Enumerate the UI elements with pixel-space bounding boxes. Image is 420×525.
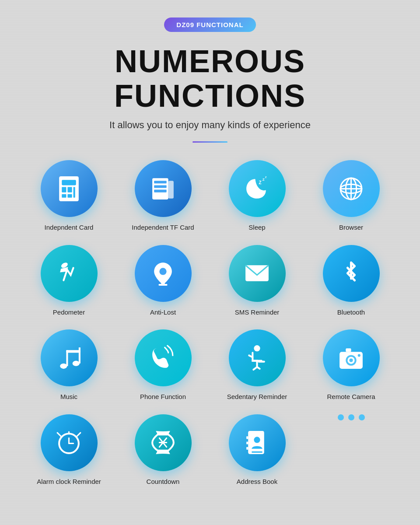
feature-circle-music [41,329,98,386]
main-title: NUMEROUS FUNCTIONS [26,44,394,113]
feature-circle-sedentary-reminder [229,329,286,386]
feature-circle-sim-card [41,160,98,217]
feature-item-more [308,414,394,486]
feature-label-pedometer: Pedometer [53,308,85,317]
feature-circle-bluetooth [323,245,380,302]
feature-circle-address-book [229,414,286,471]
dot-3 [359,414,365,420]
dot-2 [348,414,354,420]
badge: DZ09 FUNCTIONAL [164,18,256,32]
features-grid: Indepndent Card Independent TF Card Slee… [26,160,394,486]
feature-label-sim-card: Indepndent Card [45,223,94,232]
more-dots [338,414,365,420]
feature-item-sim-card: Indepndent Card [26,160,112,232]
feature-label-address-book: Address Book [237,477,277,486]
feature-item-anti-lost: Anti-Lost [120,245,206,317]
feature-circle-countdown [135,414,192,471]
feature-label-sedentary-reminder: Sedentary Reminder [227,392,287,401]
feature-label-music: Music [60,392,77,401]
feature-circle-pedometer [41,245,98,302]
feature-item-remote-camera: Remote Camera [308,329,394,401]
feature-label-bluetooth: Bluetooth [337,308,365,317]
feature-circle-sleep [229,160,286,217]
feature-label-browser: Browser [339,223,363,232]
feature-label-countdown: Countdown [147,477,180,486]
feature-label-remote-camera: Remote Camera [327,392,375,401]
feature-item-address-book: Address Book [214,414,300,486]
feature-item-pedometer: Pedometer [26,245,112,317]
subtitle: It allows you to enjoy many kinds of exp… [109,119,311,131]
feature-circle-browser [323,160,380,217]
feature-item-alarm-clock: Alarm clock Reminder [26,414,112,486]
feature-label-alarm-clock: Alarm clock Reminder [37,477,101,486]
feature-item-bluetooth: Bluetooth [308,245,394,317]
feature-item-phone-function: Phone Function [120,329,206,401]
feature-item-countdown: Countdown [120,414,206,486]
divider [192,141,228,143]
feature-label-anti-lost: Anti-Lost [150,308,176,317]
feature-label-sms-reminder: SMS Reminder [235,308,280,317]
feature-circle-remote-camera [323,329,380,386]
feature-item-sms-reminder: SMS Reminder [214,245,300,317]
feature-item-sleep: Sleep [214,160,300,232]
feature-label-phone-function: Phone Function [140,392,186,401]
feature-circle-alarm-clock [41,414,98,471]
feature-item-tf-card: Independent TF Card [120,160,206,232]
feature-circle-tf-card [135,160,192,217]
feature-item-music: Music [26,329,112,401]
feature-circle-sms-reminder [229,245,286,302]
feature-item-sedentary-reminder: Sedentary Reminder [214,329,300,401]
feature-item-browser: Browser [308,160,394,232]
dot-1 [338,414,344,420]
feature-circle-anti-lost [135,245,192,302]
feature-circle-phone-function [135,329,192,386]
feature-label-tf-card: Independent TF Card [132,223,194,232]
feature-label-sleep: Sleep [248,223,265,232]
